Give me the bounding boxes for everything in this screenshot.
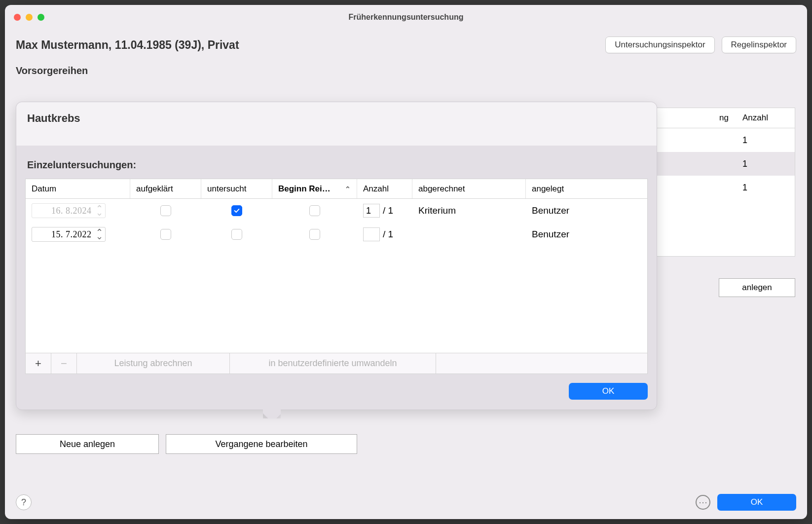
abgerechnet-value: Kriterium xyxy=(418,205,456,216)
date-value: 16. 8.2024 xyxy=(51,206,92,216)
anzahl-input[interactable] xyxy=(363,227,380,241)
popover-arrow-icon xyxy=(263,410,281,418)
col-aufgeklaert[interactable]: aufgeklärt xyxy=(130,179,201,198)
angelegt-value: Benutzer xyxy=(532,205,569,216)
bg-row-anzahl: 1 xyxy=(736,183,795,193)
col-beginn-label: Beginn Rei… xyxy=(278,184,331,194)
sort-ascending-icon: ⌃ xyxy=(345,185,351,193)
window: Früherkennungsuntersuchung Max Musterman… xyxy=(5,5,807,519)
checkmark-icon xyxy=(233,207,240,214)
angelegt-value: Benutzer xyxy=(532,229,569,240)
col-untersucht[interactable]: untersucht xyxy=(201,179,272,198)
leistung-abrechnen-button[interactable]: Leistung abrechnen xyxy=(77,353,230,374)
popover-subtitle: Einzeluntersuchungen: xyxy=(16,146,657,179)
patient-info: Max Mustermann, 11.04.1985 (39J), Privat xyxy=(16,38,239,52)
untersucht-checkbox[interactable] xyxy=(231,229,242,240)
add-row-button[interactable]: + xyxy=(26,353,51,374)
main-actions: Neue anlegen Vergangene bearbeiten xyxy=(16,434,357,454)
close-window-button[interactable] xyxy=(14,14,21,21)
col-datum[interactable]: Datum xyxy=(26,179,130,198)
more-options-button[interactable]: ⋯ xyxy=(696,495,710,510)
anzahl-input[interactable] xyxy=(363,204,380,218)
header-buttons: Untersuchungsinspektor Regelinspektor xyxy=(605,37,796,53)
minus-icon: − xyxy=(61,357,67,370)
date-value: 15. 7.2022 xyxy=(51,229,92,240)
stepper-down-icon: ⌄ xyxy=(96,211,104,215)
aufgeklaert-checkbox[interactable] xyxy=(160,229,171,240)
date-stepper[interactable]: ⌃ ⌄ xyxy=(96,207,104,215)
footer-spacer xyxy=(436,353,647,374)
exam-table: Datum aufgeklärt untersucht Beginn Rei… … xyxy=(25,179,648,374)
exam-table-footer: + − Leistung abrechnen in benutzerdefini… xyxy=(26,353,647,374)
col-anzahl[interactable]: Anzahl xyxy=(357,179,412,198)
main-ok-button[interactable]: OK xyxy=(717,494,796,511)
exam-table-header: Datum aufgeklärt untersucht Beginn Rei… … xyxy=(26,179,647,199)
section-title: Vorsorgereihen xyxy=(5,64,807,80)
date-input[interactable]: 15. 7.2022 ⌃ ⌄ xyxy=(32,227,106,242)
bg-row-anzahl: 1 xyxy=(736,135,795,146)
aufgeklaert-checkbox[interactable] xyxy=(160,205,171,216)
exam-table-body: 16. 8.2024 ⌃ ⌄ xyxy=(26,199,647,353)
popover-ok-button[interactable]: OK xyxy=(569,383,648,400)
date-input[interactable]: 16. 8.2024 ⌃ ⌄ xyxy=(32,203,106,218)
beginn-checkbox[interactable] xyxy=(309,229,320,240)
exam-row[interactable]: 16. 8.2024 ⌃ ⌄ xyxy=(26,199,647,223)
question-icon: ? xyxy=(21,497,26,508)
anzahl-total: / 1 xyxy=(383,205,393,216)
new-button[interactable]: Neue anlegen xyxy=(16,434,159,454)
bg-row-anzahl: 1 xyxy=(736,159,795,169)
bg-anlegen-button[interactable]: anlegen xyxy=(719,278,795,297)
beginn-checkbox[interactable] xyxy=(309,205,320,216)
examination-inspector-button[interactable]: Untersuchungsinspektor xyxy=(605,37,714,53)
col-beginn-reihe[interactable]: Beginn Rei… ⌃ xyxy=(272,179,357,198)
titlebar: Früherkennungsuntersuchung xyxy=(5,5,807,30)
help-button[interactable]: ? xyxy=(16,494,32,510)
col-abgerechnet[interactable]: abgerechnet xyxy=(412,179,526,198)
minimize-window-button[interactable] xyxy=(26,14,33,21)
date-stepper[interactable]: ⌃ ⌄ xyxy=(96,230,104,238)
stepper-down-icon: ⌄ xyxy=(96,234,104,238)
rules-inspector-button[interactable]: Regelinspektor xyxy=(722,37,796,53)
window-footer: ? ⋯ OK xyxy=(5,486,807,519)
exam-row[interactable]: 15. 7.2022 ⌃ ⌄ / 1 xyxy=(26,223,647,246)
traffic-lights xyxy=(14,14,44,21)
plus-icon: + xyxy=(35,357,41,370)
bg-col-partial: ng xyxy=(712,113,736,123)
convert-custom-button[interactable]: in benutzerdefinierte umwandeln xyxy=(230,353,436,374)
anzahl-total: / 1 xyxy=(383,229,393,240)
maximize-window-button[interactable] xyxy=(37,14,44,21)
window-title: Früherkennungsuntersuchung xyxy=(349,13,464,22)
untersucht-checkbox[interactable] xyxy=(231,205,242,216)
col-angelegt[interactable]: angelegt xyxy=(526,179,647,198)
edit-past-button[interactable]: Vergangene bearbeiten xyxy=(166,434,357,454)
header-row: Max Mustermann, 11.04.1985 (39J), Privat… xyxy=(5,30,807,64)
ellipsis-icon: ⋯ xyxy=(699,497,707,508)
bg-col-anzahl[interactable]: Anzahl xyxy=(736,113,795,123)
remove-row-button[interactable]: − xyxy=(51,353,77,374)
popover-title: Hautkrebs xyxy=(16,102,657,146)
examination-popover: Hautkrebs Einzeluntersuchungen: Datum au… xyxy=(16,102,657,410)
